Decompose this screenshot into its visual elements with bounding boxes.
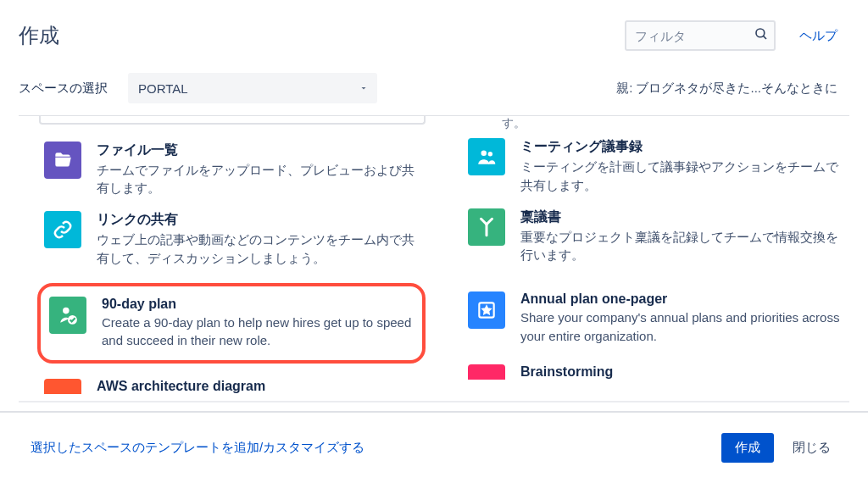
svg-point-5 — [488, 152, 492, 156]
template-title: 稟議書 — [520, 208, 844, 226]
template-desc: Create a 90-day plan to help new hires g… — [102, 314, 412, 351]
person-check-icon — [49, 297, 86, 334]
star-note-icon — [468, 291, 505, 329]
dialog-footer: 選択したスペースのテンプレートを追加/カスタマイズする 作成 閉じる — [0, 411, 868, 483]
template-desc: ウェブ上の記事や動画などのコンテンツをチーム内で共有して、ディスカッションしまし… — [97, 230, 420, 268]
partial-item-outline — [39, 116, 426, 125]
template-list: ファイル一覧 チームでファイルをアップロード、プレビューおよび共有します。 リン… — [0, 116, 868, 396]
template-title: ミーティング議事録 — [520, 138, 844, 156]
template-item-90-day-plan[interactable]: 90-day plan Create a 90-day plan to help… — [41, 290, 417, 358]
divider — [19, 401, 849, 402]
filter-search[interactable] — [625, 20, 776, 51]
template-title: Annual plan one-pager — [520, 291, 844, 307]
parent-page-info: 親: ブログネタが尽きた...そんなときに — [616, 80, 837, 97]
folder-open-icon — [44, 142, 81, 179]
template-title: Brainstorming — [520, 364, 844, 380]
svg-point-0 — [756, 29, 765, 37]
template-title: ファイル一覧 — [97, 142, 420, 159]
template-desc: ミーティングを計画して議事録やアクションをチームで共有します。 — [520, 158, 844, 195]
help-link[interactable]: ヘルプ — [799, 28, 837, 44]
template-column-right: す。 ミーティング議事録 ミーティングを計画して議事録やアクションをチームで共有… — [442, 116, 849, 396]
chevron-down-icon — [359, 81, 369, 96]
template-title: 90-day plan — [102, 297, 412, 312]
template-title: AWS architecture diagram — [97, 379, 420, 394]
branch-icon — [468, 208, 505, 246]
partial-text: す。 — [442, 116, 849, 131]
create-button[interactable]: 作成 — [721, 433, 774, 463]
space-select[interactable]: PORTAL — [128, 73, 377, 103]
template-column-left: ファイル一覧 チームでファイルをアップロード、プレビューおよび共有します。 リン… — [19, 116, 426, 396]
template-item-brainstorming[interactable]: Brainstorming — [442, 358, 849, 381]
svg-point-4 — [481, 150, 487, 156]
brainstorm-icon — [468, 364, 505, 380]
svg-point-2 — [63, 307, 70, 314]
template-item-aws-diagram[interactable]: AWS architecture diagram — [19, 372, 426, 396]
dialog-title: 作成 — [19, 22, 59, 49]
space-select-label: スペースの選択 — [19, 80, 108, 97]
people-icon — [468, 138, 505, 175]
search-icon — [754, 26, 769, 45]
highlighted-template: 90-day plan Create a 90-day plan to help… — [37, 283, 426, 364]
template-item-file-list[interactable]: ファイル一覧 チームでファイルをアップロード、プレビューおよび共有します。 — [19, 135, 426, 205]
template-item-link-share[interactable]: リンクの共有 ウェブ上の記事や動画などのコンテンツをチーム内で共有して、ディスカ… — [19, 204, 426, 275]
template-item-meeting-notes[interactable]: ミーティング議事録 ミーティングを計画して議事録やアクションをチームで共有します… — [442, 131, 849, 202]
space-select-value: PORTAL — [138, 81, 188, 96]
template-title: リンクの共有 — [97, 211, 420, 229]
template-desc: 重要なプロジェクト稟議を記録してチームで情報交換を行います。 — [520, 228, 844, 265]
svg-line-1 — [763, 36, 766, 39]
diagram-icon — [44, 379, 81, 394]
close-button[interactable]: 閉じる — [786, 433, 837, 463]
template-item-annual-plan[interactable]: Annual plan one-pager Share your company… — [442, 285, 849, 353]
template-item-ringisho[interactable]: 稟議書 重要なプロジェクト稟議を記録してチームで情報交換を行います。 — [442, 202, 849, 272]
template-desc: Share your company's annual plans and pr… — [520, 308, 844, 346]
customize-templates-link[interactable]: 選択したスペースのテンプレートを追加/カスタマイズする — [31, 440, 364, 456]
template-desc: チームでファイルをアップロード、プレビューおよび共有します。 — [97, 161, 420, 198]
link-icon — [44, 211, 81, 248]
